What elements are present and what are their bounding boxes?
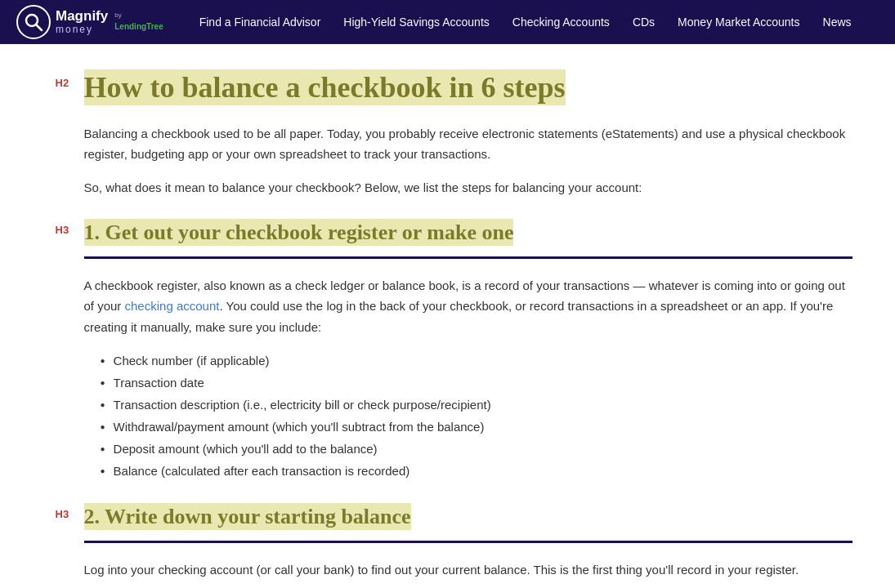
checkbook-register-list: Check number (if applicable) Transaction… xyxy=(101,350,852,482)
nav-link-cds[interactable]: CDs xyxy=(621,0,666,44)
logo[interactable]: Magnify money by LendingTree xyxy=(16,5,163,39)
list-item: Transaction date xyxy=(101,372,852,394)
h3-section-2: H3 2. Write down your starting balance xyxy=(84,502,852,532)
intro-paragraph-2: So, what does it mean to balance your ch… xyxy=(84,177,852,198)
section-divider-1 xyxy=(84,256,852,259)
section-body-2: Log into your checking account (or call … xyxy=(84,559,852,581)
h3-label-2: H3 xyxy=(56,506,69,523)
nav-link-money-market[interactable]: Money Market Accounts xyxy=(666,0,811,44)
h3-section-1: H3 1. Get out your checkbook register or… xyxy=(84,218,852,247)
list-item: Transaction description (i.e., electrici… xyxy=(101,394,852,416)
nav-link-news[interactable]: News xyxy=(812,0,863,44)
svg-line-1 xyxy=(36,24,42,30)
checking-account-link[interactable]: checking account xyxy=(125,299,220,313)
nav-link-advisor[interactable]: Find a Financial Advisor xyxy=(188,0,333,44)
h3-label-1: H3 xyxy=(56,222,69,239)
h2-section: H2 How to balance a checkbook in 6 steps xyxy=(84,69,852,107)
section-divider-2 xyxy=(84,541,852,543)
navigation: Magnify money by LendingTree Find a Fina… xyxy=(0,0,895,44)
logo-magnify: Magnify xyxy=(56,9,108,24)
nav-link-checking[interactable]: Checking Accounts xyxy=(501,0,621,44)
h2-label: H2 xyxy=(56,75,69,92)
list-item: Check number (if applicable) xyxy=(101,350,852,372)
logo-money: money xyxy=(56,24,108,35)
page-title: How to balance a checkbook in 6 steps xyxy=(84,69,566,105)
logo-lendingtree: LendingTree xyxy=(114,20,163,33)
list-item: Balance (calculated after each transacti… xyxy=(101,460,852,482)
logo-icon xyxy=(22,11,45,33)
logo-circle xyxy=(16,5,51,39)
list-item: Deposit amount (which you'll add to the … xyxy=(101,438,852,460)
list-item: Withdrawal/payment amount (which you'll … xyxy=(101,416,852,438)
intro-paragraph-1: Balancing a checkbook used to be all pap… xyxy=(84,123,852,165)
section-body-1: A checkbook register, also known as a ch… xyxy=(84,275,852,338)
nav-link-savings[interactable]: High-Yield Savings Accounts xyxy=(332,0,500,44)
logo-by: by xyxy=(114,11,121,21)
section-title-2: 2. Write down your starting balance xyxy=(84,503,411,530)
section-title-1: 1. Get out your checkbook register or ma… xyxy=(84,219,514,246)
